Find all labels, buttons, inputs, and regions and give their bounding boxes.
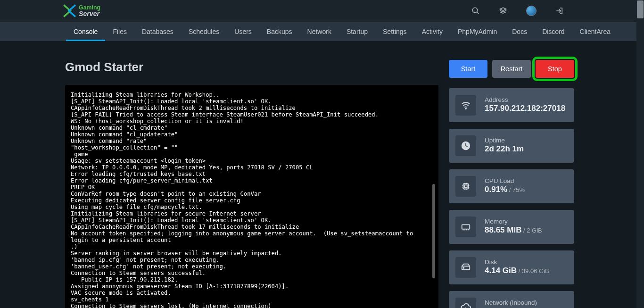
nav-discord[interactable]: Discord [535, 22, 572, 41]
top-header: Gaming Server [0, 0, 644, 22]
stat-network-inbound: Network (Inbound) 12.07 MiB [449, 291, 574, 308]
action-buttons: Start Restart Stop [449, 60, 574, 78]
console-output: Initializing Steam libraries for Worksho… [65, 85, 438, 308]
nav-docs[interactable]: Docs [504, 22, 535, 41]
nav-clientarea[interactable]: ClientArea [572, 22, 618, 41]
svg-point-4 [465, 108, 466, 109]
stat-value: 12.07 MiB [485, 306, 537, 308]
cpu-icon [455, 176, 476, 197]
stat-label: Network (Inbound) [485, 299, 537, 306]
nav-databases[interactable]: Databases [134, 22, 181, 41]
stat-disk: Disk 4.14 GiB / 39.06 GiB [449, 250, 574, 284]
page-title: Gmod Starter [65, 60, 438, 75]
nav-settings[interactable]: Settings [375, 22, 414, 41]
wifi-icon [455, 95, 476, 116]
stat-label: Address [485, 96, 565, 103]
clock-icon [455, 135, 476, 156]
stop-button-label: Stop [548, 65, 562, 73]
svg-rect-7 [464, 185, 467, 188]
header-actions [471, 6, 620, 16]
stat-label: Uptime [485, 137, 524, 144]
nav-schedules[interactable]: Schedules [181, 22, 227, 41]
cloud-download-icon [455, 298, 476, 308]
layers-icon[interactable] [499, 7, 507, 15]
start-button[interactable]: Start [449, 60, 487, 78]
stat-value: 157.90.212.182:27018 [485, 103, 565, 114]
nav-bar: ConsoleFilesDatabasesSchedulesUsersBacku… [0, 22, 644, 41]
stat-label: Disk [485, 258, 549, 266]
stat-uptime: Uptime 2d 22h 1m [449, 129, 574, 163]
svg-point-22 [463, 267, 464, 268]
nav-activity[interactable]: Activity [414, 22, 450, 41]
stat-cpu: CPU Load 0.91% / 75% [449, 169, 574, 203]
stat-value: 4.14 GiB / 39.06 GiB [485, 266, 549, 276]
scrollbar-thumb[interactable] [637, 0, 644, 18]
nav-files[interactable]: Files [105, 22, 134, 41]
svg-line-3 [477, 12, 479, 14]
nav-network[interactable]: Network [300, 22, 339, 41]
disk-icon [455, 257, 476, 278]
svg-rect-16 [462, 225, 470, 229]
stop-button[interactable]: Stop [536, 60, 574, 78]
restart-button[interactable]: Restart [492, 60, 531, 78]
stat-label: CPU Load [485, 177, 525, 184]
svg-point-2 [472, 8, 478, 13]
brand-logo[interactable]: Gaming Server [61, 2, 132, 19]
stat-value: 88.65 MiB / 2 GiB [485, 225, 542, 235]
logout-icon[interactable] [555, 7, 564, 15]
language-globe-icon[interactable] [526, 6, 537, 16]
memory-icon [455, 216, 476, 237]
svg-text:Server: Server [79, 10, 100, 17]
nav-console[interactable]: Console [66, 22, 105, 41]
stat-value: 0.91% / 75% [485, 184, 525, 195]
page-scrollbar[interactable] [636, 0, 644, 308]
nav-backups[interactable]: Backups [259, 22, 300, 41]
nav-phpmyadmin[interactable]: PhpMyAdmin [450, 22, 504, 41]
search-icon[interactable] [471, 7, 480, 15]
console-scrollbar[interactable] [432, 184, 435, 278]
nav-startup[interactable]: Startup [339, 22, 375, 41]
nav-users[interactable]: Users [227, 22, 259, 41]
stat-memory: Memory 88.65 MiB / 2 GiB [449, 210, 574, 244]
stat-value: 2d 22h 1m [485, 144, 524, 154]
stat-address: Address 157.90.212.182:27018 [449, 88, 574, 122]
svg-rect-6 [463, 184, 469, 189]
stat-label: Memory [485, 218, 542, 225]
